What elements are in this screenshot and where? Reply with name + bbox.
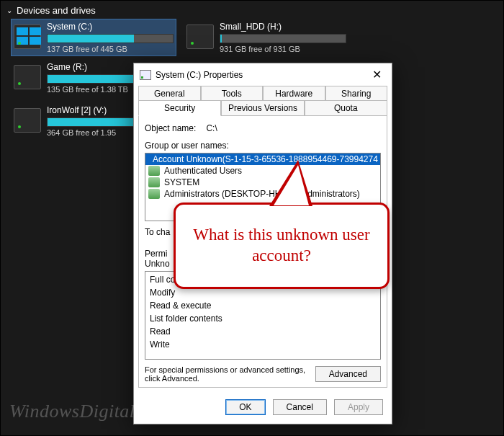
principal-label: Administrators (DESKTOP-HH9IR6\Administr… xyxy=(164,189,360,199)
section-title: Devices and drives xyxy=(17,5,96,16)
tab-previous-versions[interactable]: Previous Versions xyxy=(221,100,304,116)
storage-bar xyxy=(220,34,346,43)
chevron-down-icon: ⌄ xyxy=(6,6,12,14)
people-icon xyxy=(148,189,160,199)
dialog-title: System (C:) Properties xyxy=(156,70,364,80)
callout-text: What is this unknown user account? xyxy=(176,225,387,267)
advanced-text: For special permissions or advanced sett… xyxy=(145,365,308,383)
drive-item[interactable]: System (C:)137 GB free of 445 GB xyxy=(11,19,176,56)
principal-label: SYSTEM xyxy=(164,177,199,187)
drive-subtext: 931 GB free of 931 GB xyxy=(220,45,346,53)
drive-icon xyxy=(14,65,41,89)
tab-general[interactable]: General xyxy=(138,86,201,101)
title-bar[interactable]: System (C:) Properties ✕ xyxy=(134,63,392,86)
principal-item[interactable]: Authenticated Users xyxy=(145,165,380,177)
drive-icon xyxy=(14,108,41,133)
storage-bar xyxy=(47,34,174,43)
watermark: WindowsDigitals.com xyxy=(9,401,180,422)
drive-label: System (C:) xyxy=(47,22,174,32)
permission-row: Read & execute xyxy=(150,299,376,312)
principal-item[interactable]: Administrators (DESKTOP-HH9IR6\Administr… xyxy=(145,188,380,200)
principal-item[interactable]: SYSTEM xyxy=(145,177,380,188)
close-icon[interactable]: ✕ xyxy=(368,68,386,81)
people-icon xyxy=(148,166,160,176)
people-icon xyxy=(148,177,160,187)
tab-hardware[interactable]: Hardware xyxy=(263,86,325,101)
object-name-label: Object name: xyxy=(145,123,196,133)
tab-quota[interactable]: Quota xyxy=(305,100,387,116)
principal-item[interactable]: Account Unknown(S-1-15-3-65536-188895446… xyxy=(145,154,380,165)
apply-button[interactable]: Apply xyxy=(334,399,383,415)
drive-subtext: 137 GB free of 445 GB xyxy=(47,45,174,53)
tab-security[interactable]: Security xyxy=(138,100,221,116)
group-label: Group or user names: xyxy=(145,141,381,151)
permission-row: Write xyxy=(150,338,376,351)
drive-icon xyxy=(140,70,151,80)
drive-label: Small_HDD (H:) xyxy=(220,22,346,32)
tabs: GeneralToolsHardwareSharing SecurityPrev… xyxy=(134,86,392,115)
permission-row: List folder contents xyxy=(150,312,376,325)
callout-bubble: What is this unknown user account? xyxy=(174,203,390,289)
drive-item[interactable]: Small_HDD (H:)931 GB free of 931 GB xyxy=(184,19,349,56)
cancel-button[interactable]: Cancel xyxy=(273,399,327,415)
drive-icon xyxy=(14,25,41,49)
drive-icon xyxy=(186,25,214,49)
ok-button[interactable]: OK xyxy=(225,399,265,415)
tab-tools[interactable]: Tools xyxy=(201,86,264,101)
tab-sharing[interactable]: Sharing xyxy=(325,86,388,101)
principal-label: Authenticated Users xyxy=(164,166,242,176)
advanced-button[interactable]: Advanced xyxy=(315,366,381,382)
principal-label: Account Unknown(S-1-15-3-65536-188895446… xyxy=(153,154,378,164)
section-header[interactable]: ⌄ Devices and drives xyxy=(1,1,503,19)
object-name-value: C:\ xyxy=(206,123,217,133)
permission-row: Read xyxy=(150,325,376,338)
